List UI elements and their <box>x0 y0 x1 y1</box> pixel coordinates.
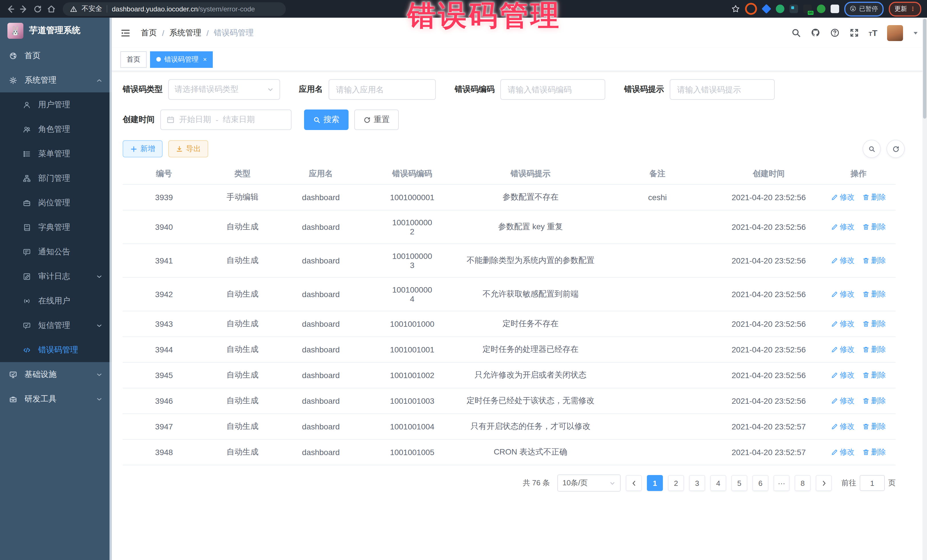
collapse-menu-icon[interactable] <box>120 28 131 38</box>
add-button[interactable]: 新增 <box>123 140 163 157</box>
sidebar-scrollbar[interactable] <box>109 18 112 560</box>
page-button-8[interactable]: 8 <box>795 475 811 491</box>
prev-page-button[interactable] <box>626 475 642 491</box>
sidebar-item-online-user[interactable]: 在线用户 <box>0 288 112 313</box>
reload-icon[interactable] <box>33 4 42 14</box>
error-hint-input[interactable] <box>670 79 775 100</box>
edit-link[interactable]: 修改 <box>831 222 854 232</box>
edit-link[interactable]: 修改 <box>831 192 854 202</box>
create-time-range-picker[interactable]: 开始日期 - 结束日期 <box>160 109 292 130</box>
sidebar-item-role[interactable]: 角色管理 <box>0 117 112 141</box>
app-logo[interactable]: 🐰 芋道管理系统 <box>0 18 112 43</box>
page-button-1[interactable]: 1 <box>647 475 663 491</box>
page-button-4[interactable]: 4 <box>710 475 726 491</box>
security-label[interactable]: 不安全 <box>82 4 102 14</box>
app-name-input[interactable] <box>328 79 436 100</box>
ext-green-circle-icon[interactable] <box>775 5 784 13</box>
edit-link[interactable]: 修改 <box>831 422 854 432</box>
annotation-text: 错误码管理 <box>407 0 561 35</box>
sidebar-item-notice[interactable]: 通知公告 <box>0 240 112 264</box>
ext-green-key-icon[interactable] <box>817 5 825 13</box>
browser-menu-icon[interactable]: ⋮ <box>910 6 916 12</box>
search-button[interactable]: 搜索 <box>304 109 348 130</box>
ext-dark-grid-icon[interactable] <box>789 5 798 13</box>
next-page-button[interactable] <box>816 475 832 491</box>
refresh-table-button[interactable] <box>886 140 905 158</box>
sidebar-item-user[interactable]: 用户管理 <box>0 93 112 117</box>
edit-link[interactable]: 修改 <box>831 447 854 457</box>
ext-blue-gem-icon[interactable] <box>761 4 771 14</box>
ext-orange-ring-icon[interactable] <box>745 3 757 15</box>
edit-link[interactable]: 修改 <box>831 255 854 266</box>
edit-link[interactable]: 修改 <box>831 344 854 355</box>
tab-close-icon[interactable]: × <box>203 56 207 63</box>
page-button-3[interactable]: 3 <box>689 475 705 491</box>
sidebar-item-error-code[interactable]: 错误码管理 <box>0 338 112 362</box>
goto-page-input[interactable] <box>860 475 885 491</box>
edit-link[interactable]: 修改 <box>831 319 854 329</box>
url-text[interactable]: dashboard.yudao.iocoder.cn/system/error-… <box>112 5 255 13</box>
header-search-icon[interactable] <box>791 28 801 38</box>
breadcrumb-system[interactable]: 系统管理 <box>169 28 201 38</box>
sidebar-item-home[interactable]: 首页 <box>0 43 112 68</box>
sidebar-item-label: 岗位管理 <box>38 197 70 208</box>
delete-link[interactable]: 删除 <box>863 319 886 329</box>
page-button-2[interactable]: 2 <box>668 475 684 491</box>
delete-link[interactable]: 删除 <box>863 192 886 202</box>
error-code-input[interactable] <box>500 79 605 100</box>
forward-icon[interactable] <box>20 4 29 14</box>
delete-link[interactable]: 删除 <box>863 289 886 299</box>
sidebar-item-devtool[interactable]: 研发工具 <box>0 387 112 411</box>
cell-app: dashboard <box>280 337 362 363</box>
tab-home[interactable]: 首页 <box>120 51 147 68</box>
sidebar-item-infra[interactable]: 基础设施 <box>0 362 112 387</box>
page-button-5[interactable]: 5 <box>731 475 747 491</box>
fullscreen-icon[interactable] <box>849 28 859 38</box>
font-size-icon[interactable]: TT <box>869 29 877 37</box>
reset-button[interactable]: 重置 <box>354 109 399 130</box>
sidebar-item-system[interactable]: 系统管理 <box>0 68 112 93</box>
browser-update-button[interactable]: 更新 ⋮ <box>889 2 921 16</box>
delete-link[interactable]: 删除 <box>863 396 886 406</box>
profile-paused-badge[interactable]: 😲 已暂停 <box>844 2 884 16</box>
sidebar-item-dict[interactable]: 字典管理 <box>0 215 112 240</box>
sidebar-item-menu[interactable]: 菜单管理 <box>0 141 112 166</box>
breadcrumb-home[interactable]: 首页 <box>141 28 157 38</box>
ext-dark-on-icon[interactable]: on <box>803 5 812 13</box>
page-ellipsis-button[interactable]: ··· <box>774 475 790 491</box>
address-bar[interactable]: 不安全 dashboard.yudao.iocoder.cn/system/er… <box>63 2 286 16</box>
page-scrollbar[interactable] <box>922 18 927 560</box>
ext-puzzle-icon[interactable] <box>830 5 839 13</box>
delete-link[interactable]: 删除 <box>863 344 886 355</box>
user-avatar[interactable] <box>887 25 903 41</box>
edit-link[interactable]: 修改 <box>831 396 854 406</box>
avatar-dropdown-icon[interactable] <box>913 30 918 36</box>
home-icon[interactable] <box>47 4 56 14</box>
edit-link[interactable]: 修改 <box>831 289 854 299</box>
tab-error-code[interactable]: 错误码管理 × <box>150 51 213 68</box>
github-icon[interactable] <box>810 28 820 38</box>
delete-link[interactable]: 删除 <box>863 422 886 432</box>
notice-icon <box>23 248 31 256</box>
delete-link[interactable]: 删除 <box>863 370 886 380</box>
delete-link[interactable]: 删除 <box>863 447 886 457</box>
delete-link[interactable]: 删除 <box>863 222 886 232</box>
edit-link[interactable]: 修改 <box>831 370 854 380</box>
sidebar-item-dept[interactable]: 部门管理 <box>0 166 112 190</box>
sidebar-item-post[interactable]: 岗位管理 <box>0 190 112 215</box>
delete-link[interactable]: 删除 <box>863 255 886 266</box>
page-buttons: 123456···8 <box>647 475 811 491</box>
toggle-search-button[interactable] <box>863 140 881 158</box>
help-icon[interactable] <box>830 28 839 38</box>
back-icon[interactable] <box>6 4 15 14</box>
sidebar-item-sms[interactable]: 短信管理 <box>0 313 112 338</box>
sidebar-item-audit-log[interactable]: 审计日志 <box>0 264 112 288</box>
export-button[interactable]: 导出 <box>168 140 208 157</box>
delete-icon <box>863 372 869 379</box>
scrollbar-thumb[interactable] <box>923 19 926 118</box>
bookmark-star-icon[interactable] <box>731 5 740 13</box>
error-type-select[interactable]: 请选择错误码类型 <box>168 79 280 100</box>
page-size-select[interactable]: 10条/页 <box>557 475 621 492</box>
plus-icon <box>130 145 137 153</box>
page-button-6[interactable]: 6 <box>752 475 768 491</box>
